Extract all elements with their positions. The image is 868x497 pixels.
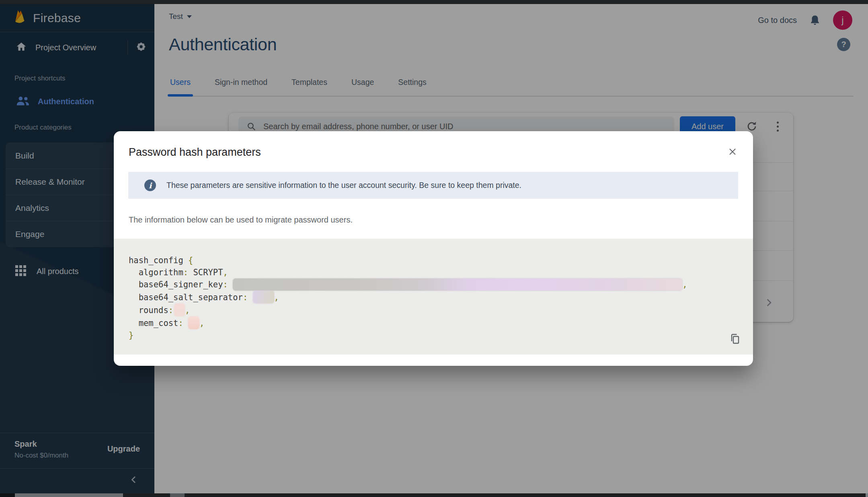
browser-chrome-strip <box>0 0 868 4</box>
scrollbar-thumb[interactable] <box>15 493 123 497</box>
copy-icon[interactable] <box>728 332 743 346</box>
code-token: } <box>129 330 133 340</box>
close-icon[interactable] <box>725 144 740 159</box>
code-token: mem_cost <box>129 318 178 328</box>
redacted-mem-cost <box>188 316 199 329</box>
redacted-rounds <box>174 303 185 316</box>
code-token: rounds <box>129 305 168 315</box>
scrollbar-track <box>0 493 15 497</box>
code-token: , <box>185 305 190 315</box>
code-token: : <box>178 318 183 328</box>
code-token: SCRYPT <box>188 268 223 277</box>
code-token: : <box>183 268 188 277</box>
code-token: : <box>168 305 173 315</box>
code-token: : <box>223 280 228 289</box>
code-token: , <box>199 318 204 328</box>
redacted-salt-separator <box>253 291 274 303</box>
scrollbar-corner <box>866 493 868 497</box>
scrollbar-segment <box>170 493 185 497</box>
sensitive-info-banner: i These parameters are sensitive informa… <box>128 172 738 199</box>
code-block-lines: hash_config { algorithm: SCRYPT, base64_… <box>129 254 753 341</box>
code-token: base64_signer_key <box>129 280 223 289</box>
code-token <box>248 293 252 302</box>
code-token: , <box>274 293 279 302</box>
info-icon: i <box>144 179 156 191</box>
dialog-title: Password hash parameters <box>129 146 261 159</box>
password-hash-parameters-dialog: Password hash parameters i These paramet… <box>114 131 753 366</box>
code-token: algorithm <box>129 268 183 277</box>
code-token: , <box>223 268 228 277</box>
dialog-description: The information below can be used to mig… <box>129 215 353 225</box>
code-token: base64_salt_separator <box>129 293 243 302</box>
horizontal-scrollbar[interactable] <box>0 493 868 497</box>
code-token <box>228 280 233 289</box>
redacted-signer-key <box>233 278 682 291</box>
firebase-console-screen: Firebase Project Overview <box>0 0 868 497</box>
code-token <box>183 318 188 328</box>
banner-text: These parameters are sensitive informati… <box>166 181 521 190</box>
code-token: : <box>243 293 248 302</box>
code-token: hash_config <box>129 256 188 265</box>
hash-config-code-block: hash_config { algorithm: SCRYPT, base64_… <box>114 239 753 355</box>
code-token: { <box>188 256 193 265</box>
code-token: , <box>682 280 687 289</box>
